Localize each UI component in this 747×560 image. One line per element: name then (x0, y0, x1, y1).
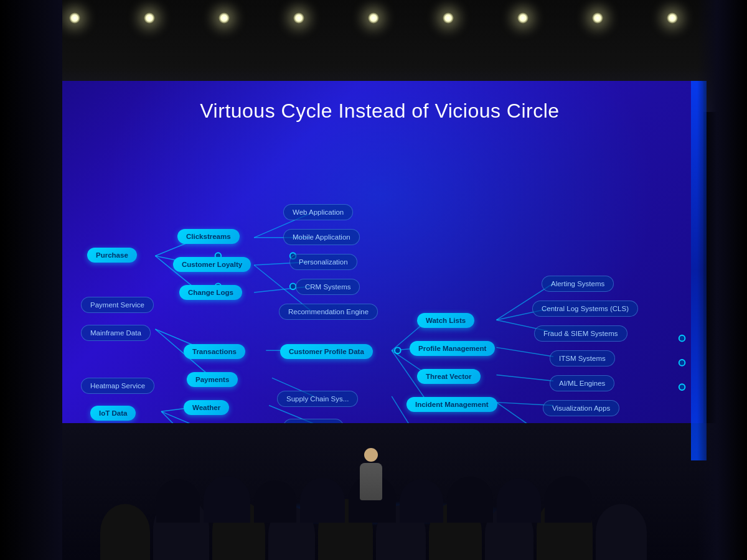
svg-line-26 (497, 347, 553, 357)
node-mobile-application: Mobile Application (283, 229, 360, 245)
node-crm-systems: CRM Systems (296, 279, 360, 295)
svg-line-27 (497, 375, 553, 381)
node-personalization: Personalization (289, 254, 357, 270)
ceiling-light (144, 12, 155, 24)
speaker-head (364, 448, 378, 462)
node-purchase: Purchase (87, 248, 137, 263)
ceiling-light (69, 12, 80, 24)
node-heatmap-service: Heatmap Service (81, 378, 154, 394)
audience-member (156, 479, 200, 523)
svg-point-47 (679, 335, 685, 342)
node-payments: Payments (187, 372, 238, 387)
node-transactions: Transactions (184, 344, 245, 359)
ceiling-light (592, 12, 603, 24)
node-incident-management: Incident Management (406, 397, 497, 412)
audience-member (204, 476, 250, 523)
node-visualization-apps: Visualization Apps (543, 400, 619, 416)
node-itsm: ITSM Systems (550, 350, 615, 366)
speaker-body (360, 463, 382, 500)
audience-member (400, 479, 443, 523)
node-threat-vector: Threat Vector (417, 369, 481, 384)
speaker (359, 448, 383, 510)
node-watch-lists: Watch Lists (417, 313, 474, 328)
node-mainframe-data: Mainframe Data (81, 325, 151, 341)
slide-title: Virtuous Cycle Instead of Vicious Circle (56, 100, 703, 123)
node-alerting-systems: Alerting Systems (542, 276, 614, 292)
svg-point-32 (290, 283, 296, 289)
side-panel-right (697, 0, 747, 560)
node-inventory: Weather (184, 400, 229, 415)
node-supply-chain: Supply Chain Sys... (277, 391, 358, 407)
node-clickstreams: Clickstreams (177, 229, 240, 244)
node-iot-data: IoT Data (90, 406, 136, 421)
audience-member (497, 478, 541, 523)
node-change-logs: Change Logs (179, 285, 242, 300)
side-panel-left (0, 0, 62, 560)
node-fraud-siem: Fraud & SIEM Systems (534, 325, 627, 342)
node-profile-management: Profile Management (410, 341, 495, 356)
audience-member (300, 478, 345, 523)
node-customer-loyalty: Customer Loyalty (173, 257, 251, 272)
diagram: Purchase Payment Service Mainframe Data … (68, 137, 691, 454)
audience-member (254, 480, 296, 523)
ceiling-light (293, 12, 304, 24)
presentation-slide: Virtuous Cycle Instead of Vicious Circle (56, 81, 703, 460)
node-customer-profile-data: Customer Profile Data (280, 344, 373, 359)
node-recommendation-engine: Recommendation Engine (279, 304, 378, 320)
svg-point-49 (679, 384, 685, 390)
svg-point-33 (395, 347, 401, 353)
audience-member (447, 477, 493, 523)
stage (0, 423, 747, 560)
ceiling-lights (0, 12, 747, 24)
audience-member (545, 476, 591, 523)
scene: Virtuous Cycle Instead of Vicious Circle (0, 0, 747, 560)
ceiling-light (667, 12, 678, 24)
node-payment-service: Payment Service (81, 297, 154, 313)
ceiling-light (517, 12, 529, 24)
ceiling-light (443, 12, 454, 24)
node-aiml: AI/ML Engines (550, 375, 614, 391)
node-web-application: Web Application (283, 204, 353, 220)
ceiling-light (368, 12, 379, 24)
svg-point-48 (679, 360, 685, 366)
node-central-log: Central Log Systems (CLS) (532, 301, 638, 317)
ceiling-light (218, 12, 230, 24)
